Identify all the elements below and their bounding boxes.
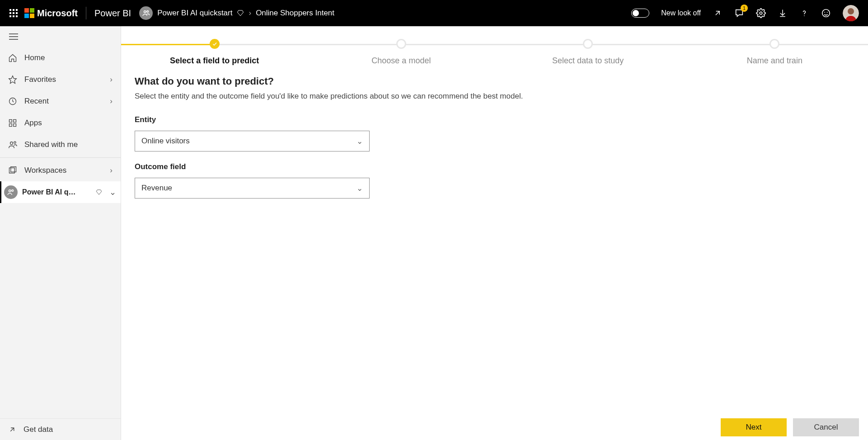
wizard-footer: Next Cancel	[721, 418, 859, 436]
entity-value: Online visitors	[141, 137, 190, 146]
svg-rect-2	[16, 9, 18, 11]
outcome-value: Revenue	[141, 184, 172, 193]
chevron-down-icon: ⌄	[109, 187, 116, 197]
new-look-label: New look off	[661, 9, 701, 17]
form-area: What do you want to predict? Select the …	[121, 71, 868, 214]
microsoft-label: Microsoft	[37, 8, 78, 19]
nav-label: Workspaces	[24, 166, 66, 175]
workspace-chip-icon[interactable]	[139, 6, 153, 20]
svg-point-16	[804, 15, 805, 16]
outcome-select[interactable]: Revenue ⌄	[135, 178, 370, 199]
svg-rect-29	[9, 124, 12, 127]
shared-icon	[8, 140, 17, 149]
svg-point-35	[9, 190, 11, 192]
svg-point-36	[12, 189, 14, 191]
top-bar: Microsoft Power BI Power BI AI quickstar…	[0, 0, 868, 26]
chevron-down-icon: ⌄	[357, 137, 363, 146]
check-icon	[212, 41, 217, 47]
sidebar-item-apps[interactable]: Apps	[0, 112, 121, 134]
step-label: Select data to study	[552, 56, 624, 66]
fullscreen-icon[interactable]	[713, 8, 723, 18]
sidebar-item-recent[interactable]: Recent ›	[0, 90, 121, 112]
svg-point-15	[760, 12, 762, 14]
step-choose-model[interactable]: Choose a model	[308, 39, 494, 66]
apps-icon	[8, 118, 17, 128]
breadcrumb-workspace[interactable]: Power BI AI quickstart	[157, 9, 232, 18]
svg-point-18	[824, 12, 825, 13]
svg-point-31	[10, 142, 13, 145]
cancel-button[interactable]: Cancel	[793, 418, 859, 436]
app-launcher-icon[interactable]	[5, 9, 23, 17]
svg-rect-28	[14, 120, 16, 123]
divider	[0, 157, 121, 158]
svg-rect-12	[30, 14, 34, 18]
form-subtitle: Select the entity and the outcome field …	[135, 92, 854, 101]
form-title: What do you want to predict?	[135, 76, 854, 87]
help-icon[interactable]	[799, 8, 809, 18]
new-look-toggle[interactable]	[631, 9, 649, 18]
svg-point-14	[147, 10, 149, 12]
star-icon	[8, 75, 17, 84]
step-label: Choose a model	[371, 56, 431, 66]
workspace-badge-icon	[4, 185, 18, 199]
chevron-right-icon: ›	[110, 97, 113, 106]
svg-point-13	[144, 11, 146, 13]
next-button[interactable]: Next	[721, 418, 787, 436]
svg-rect-4	[13, 12, 14, 14]
svg-rect-8	[16, 15, 18, 17]
sidebar: Home Favorites › Recent › Apps Shared wi…	[0, 26, 121, 440]
svg-rect-7	[13, 15, 14, 17]
microsoft-logo[interactable]: Microsoft	[24, 8, 78, 19]
svg-rect-30	[14, 124, 16, 127]
chevron-right-icon: ›	[249, 9, 251, 18]
settings-icon[interactable]	[756, 8, 766, 18]
sidebar-item-shared[interactable]: Shared with me	[0, 134, 121, 156]
step-label: Select a field to predict	[170, 56, 259, 66]
nav-label: Home	[24, 53, 45, 62]
svg-point-21	[848, 8, 854, 14]
sidebar-item-workspaces[interactable]: Workspaces ›	[0, 160, 121, 181]
user-avatar[interactable]	[843, 5, 859, 21]
sidebar-item-home[interactable]: Home	[0, 47, 121, 69]
chevron-down-icon: ⌄	[357, 184, 363, 193]
svg-marker-25	[9, 76, 17, 84]
get-data-link[interactable]: Get data	[0, 418, 121, 440]
step-name-train[interactable]: Name and train	[681, 39, 868, 66]
svg-rect-0	[9, 9, 11, 11]
chevron-right-icon: ›	[110, 75, 113, 84]
nav-label: Apps	[24, 118, 42, 128]
entity-label: Entity	[135, 115, 854, 124]
download-icon[interactable]	[778, 8, 788, 18]
nav-label: Favorites	[24, 75, 56, 84]
arrow-icon	[8, 426, 16, 434]
current-workspace[interactable]: Power BI AI q… ⌄	[0, 181, 121, 203]
step-select-data[interactable]: Select data to study	[495, 39, 681, 66]
wizard-stepper: Select a field to predict Choose a model…	[121, 26, 868, 71]
feedback-icon[interactable]	[821, 8, 831, 18]
outcome-label: Outcome field	[135, 162, 854, 171]
step-select-field[interactable]: Select a field to predict	[121, 39, 308, 66]
svg-point-19	[827, 12, 828, 13]
notification-badge: 1	[741, 5, 748, 12]
sidebar-toggle[interactable]	[0, 26, 121, 47]
svg-rect-10	[30, 8, 34, 13]
divider	[86, 7, 86, 19]
nav-label: Shared with me	[24, 140, 78, 149]
svg-rect-34	[11, 167, 16, 172]
nav-label: Recent	[24, 97, 49, 106]
get-data-label: Get data	[23, 425, 53, 434]
entity-select[interactable]: Online visitors ⌄	[135, 131, 370, 151]
svg-point-17	[822, 9, 830, 17]
workspaces-icon	[8, 166, 17, 175]
svg-rect-6	[9, 15, 11, 17]
clock-icon	[8, 97, 17, 106]
diamond-icon	[96, 189, 102, 195]
app-name[interactable]: Power BI	[94, 8, 131, 19]
breadcrumb-page[interactable]: Online Shoppers Intent	[256, 9, 334, 18]
notifications-icon[interactable]: 1	[734, 8, 744, 18]
svg-rect-27	[9, 120, 12, 123]
diamond-icon	[237, 9, 244, 17]
sidebar-item-favorites[interactable]: Favorites ›	[0, 69, 121, 90]
svg-rect-5	[16, 12, 18, 14]
svg-rect-1	[13, 9, 14, 11]
